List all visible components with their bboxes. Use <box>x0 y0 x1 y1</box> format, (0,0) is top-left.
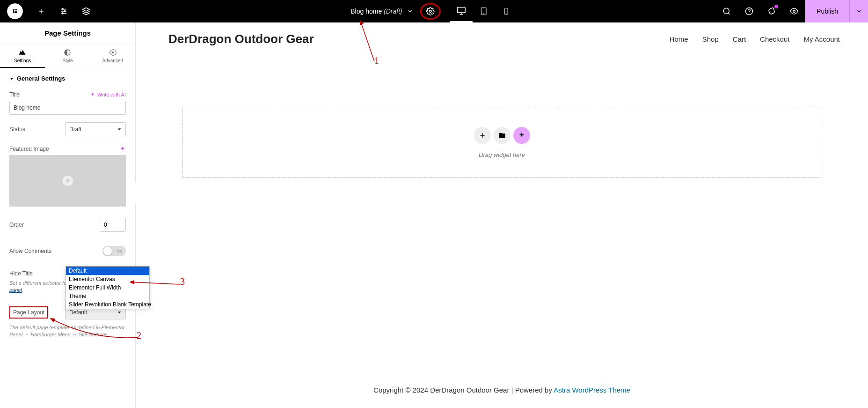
notifications-button[interactable] <box>760 0 783 22</box>
svg-rect-3 <box>15 12 17 13</box>
svg-point-20 <box>723 8 729 14</box>
elementor-logo[interactable] <box>7 3 23 19</box>
publish-options-button[interactable] <box>849 0 868 22</box>
svg-rect-18 <box>504 8 508 14</box>
preview-button[interactable] <box>783 0 805 22</box>
device-tablet-button[interactable] <box>473 0 495 22</box>
device-desktop-button[interactable] <box>450 0 473 22</box>
publish-button[interactable]: Publish <box>805 0 849 22</box>
topbar: Blog home (Draft) <box>0 0 868 22</box>
svg-point-11 <box>62 13 63 14</box>
svg-point-24 <box>793 10 795 13</box>
svg-rect-1 <box>15 9 17 10</box>
svg-line-21 <box>729 13 730 14</box>
page-settings-button[interactable] <box>420 3 441 20</box>
svg-rect-2 <box>15 11 17 12</box>
device-mobile-button[interactable] <box>495 0 518 22</box>
finder-search-button[interactable] <box>715 0 738 22</box>
chevron-down-icon[interactable] <box>407 8 414 15</box>
help-button[interactable] <box>738 0 760 22</box>
svg-point-7 <box>62 8 63 10</box>
site-settings-button[interactable] <box>52 0 75 22</box>
svg-point-9 <box>64 11 66 12</box>
structure-button[interactable] <box>75 0 97 22</box>
svg-rect-0 <box>13 9 14 13</box>
page-title: Blog home (Draft) <box>350 7 402 15</box>
svg-rect-13 <box>457 7 465 13</box>
add-element-button[interactable] <box>30 0 52 22</box>
